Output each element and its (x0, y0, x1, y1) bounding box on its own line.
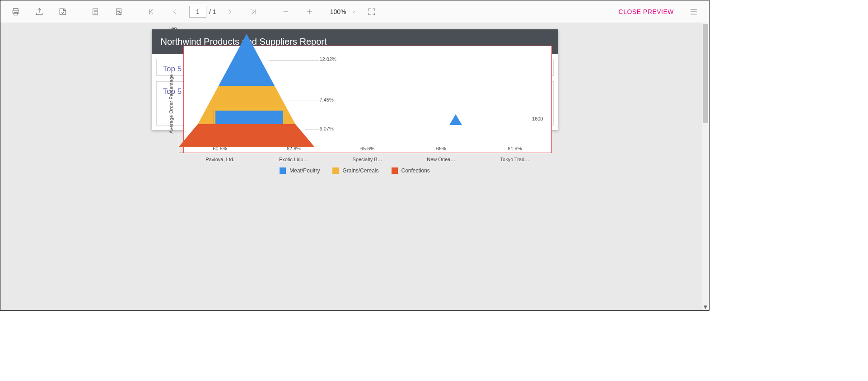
svg-rect-0 (14, 8, 18, 10)
legend-item: Grains/Cereals (332, 167, 378, 174)
legend-label: Confections (401, 167, 430, 174)
svg-rect-2 (14, 12, 18, 15)
svg-point-10 (119, 12, 121, 14)
funnel-value-label: 12.02% (320, 56, 336, 62)
export-button[interactable] (28, 0, 51, 23)
leader-line (269, 60, 319, 60)
funnel-legend: Meat/Poultry Grains/Cereals Confections (152, 167, 558, 174)
send-button[interactable] (51, 0, 75, 23)
legend-label: Grains/Cereals (342, 167, 378, 174)
chevron-down-icon (350, 9, 356, 14)
vertical-scrollbar[interactable]: ▾ (702, 23, 709, 310)
chevron-left-icon (172, 9, 178, 15)
page-continuous-icon (115, 7, 123, 16)
legend-swatch (392, 167, 398, 174)
print-icon (11, 7, 20, 16)
legend-label: Meat/Poultry (289, 167, 320, 174)
funnel-slice-top (449, 114, 462, 125)
app-root: / 1 100% CLOSE PREVIEW Northwind Product… (0, 0, 709, 311)
scrollbar-down-arrow[interactable]: ▾ (702, 303, 709, 310)
hamburger-icon (689, 8, 698, 16)
tick-label: 1600 (532, 116, 543, 121)
page-number-input[interactable] (189, 6, 206, 18)
export-icon (35, 7, 44, 16)
single-page-button[interactable] (84, 0, 107, 23)
send-icon (58, 7, 67, 16)
prev-page-button[interactable] (163, 0, 187, 23)
funnel-slice-top (219, 34, 275, 86)
scrollbar-thumb[interactable] (703, 24, 708, 123)
continuous-page-button[interactable] (107, 0, 131, 23)
leader-line (305, 130, 319, 130)
legend-swatch (280, 167, 286, 174)
page-total-label: / 1 (209, 8, 216, 15)
panel-grid: Top 5 Suppliers by Order Percentage Aver… (152, 54, 558, 130)
report-page: Northwind Products and Suppliers Report … (152, 29, 558, 130)
page-single-icon (91, 7, 99, 16)
products-least-chart: 1600 (358, 98, 553, 125)
zoom-out-button[interactable] (274, 0, 298, 23)
close-preview-button[interactable]: CLOSE PREVIEW (611, 8, 682, 15)
zoom-level-label: 100% (321, 8, 346, 15)
panel-categories: Categories with the Least Demand 12.02% … (358, 59, 554, 76)
funnel-slice-bottom (179, 124, 314, 147)
zoom-in-button[interactable] (298, 0, 321, 23)
plus-icon (306, 8, 313, 15)
legend-swatch (332, 167, 339, 174)
funnel-value-label: 6.07% (320, 126, 334, 131)
next-page-button[interactable] (218, 0, 242, 23)
first-page-icon (148, 8, 155, 15)
fullscreen-button[interactable] (360, 0, 383, 23)
legend-item: Meat/Poultry (280, 167, 320, 174)
preview-viewport: Northwind Products and Suppliers Report … (0, 23, 709, 310)
print-button[interactable] (4, 0, 28, 23)
products-sold-chart (157, 98, 352, 125)
first-page-button[interactable] (140, 0, 163, 23)
last-page-button[interactable] (242, 0, 265, 23)
fullscreen-icon (368, 8, 376, 16)
legend-item: Confections (392, 167, 430, 174)
toolbar: / 1 100% CLOSE PREVIEW (0, 0, 709, 23)
chevron-right-icon (227, 9, 233, 15)
last-page-icon (250, 8, 257, 15)
zoom-dropdown[interactable] (346, 0, 360, 23)
bar-rect (215, 111, 283, 124)
funnel-svg (170, 34, 323, 147)
menu-button[interactable] (682, 0, 705, 23)
minus-icon (282, 8, 289, 15)
